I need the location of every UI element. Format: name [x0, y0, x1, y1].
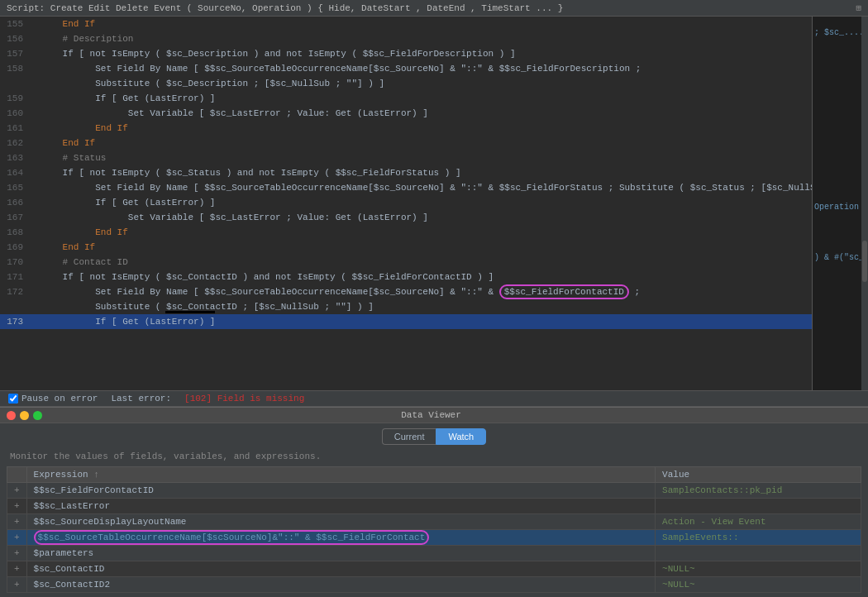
line-content: End If [30, 136, 808, 150]
sidebar-snippet-1: ; $sc_.... [814, 28, 860, 37]
data-table[interactable]: Expression Value +$$sc_FieldForContactID… [7, 466, 861, 597]
line-content: # Description [30, 31, 808, 46]
row-value: ~NULL~ [656, 577, 861, 593]
tab-watch[interactable]: Watch [436, 428, 486, 445]
table-row[interactable]: +$sc_ContactID~NULL~ [7, 561, 861, 577]
line-content: Substitute ( $sc_ContactID ; [$sc_NullSu… [30, 299, 808, 314]
line-number: 173 [3, 314, 30, 329]
row-value: SampleContacts::pk_pid [656, 483, 861, 499]
line-number: 164 [3, 165, 30, 180]
code-line: 163 # Status [0, 150, 812, 165]
row-value: SampleEvents:: [656, 530, 861, 546]
pause-label: Pause on error [21, 394, 98, 404]
line-number: 165 [3, 180, 30, 195]
row-add-btn[interactable]: + [7, 514, 27, 530]
code-line: 162 End If [0, 136, 812, 150]
table-row[interactable]: +$$sc_SourceDisplayLayoutNameAction - Vi… [7, 514, 861, 530]
code-line: 172 Set Field By Name [ $$sc_SourceTable… [0, 284, 812, 299]
dv-minimize-btn[interactable] [20, 411, 29, 420]
code-line: 161 End If [0, 121, 812, 136]
col-expression[interactable]: Expression [26, 467, 655, 483]
row-expression: $$sc_FieldForContactID [26, 483, 655, 499]
line-content: If [ Get (LastError) ] [30, 195, 808, 210]
line-content: Set Variable [ $sc_LastError ; Value: Ge… [30, 106, 808, 121]
code-editor[interactable]: 155 End If156 # Description157 If [ not … [0, 17, 812, 390]
code-line: 167 Set Variable [ $sc_LastError ; Value… [0, 210, 812, 225]
line-content: If [ not IsEmpty ( $sc_Description ) and… [30, 46, 808, 61]
dv-close-btn[interactable] [7, 411, 16, 420]
code-line: Substitute ( $sc_ContactID ; [$sc_NullSu… [0, 299, 812, 314]
code-line: 155 End If [0, 17, 812, 31]
code-line: 165 Set Field By Name [ $$sc_SourceTable… [0, 180, 812, 195]
line-content: If [ not IsEmpty ( $sc_ContactID ) and n… [30, 270, 808, 284]
row-expression: $sc_ContactID [26, 561, 655, 577]
row-expression: $$sc_SourceTableOccurrenceName[$scSource… [26, 530, 655, 546]
dv-maximize-btn[interactable] [33, 411, 42, 420]
scrollbar-thumb[interactable] [862, 241, 867, 282]
code-line: 170 # Contact ID [0, 255, 812, 270]
line-number: 167 [3, 210, 30, 225]
table-row[interactable]: +$$sc_FieldForContactIDSampleContacts::p… [7, 483, 861, 499]
title-bar: Script: Create Edit Delete Event ( Sourc… [0, 0, 868, 17]
tab-current[interactable]: Current [382, 428, 436, 445]
line-content: Set Variable [ $sc_LastError ; Value: Ge… [30, 210, 808, 225]
table-row[interactable]: +$sc_ContactID2~NULL~ [7, 577, 861, 593]
sidebar-snippet-3: ) & #("sc_E [814, 253, 860, 262]
table-row[interactable]: +$$sc_SourceTableOccurrenceName[$scSourc… [7, 530, 861, 546]
row-add-btn[interactable]: + [7, 561, 27, 577]
code-line: 159 If [ Get (LastError) ] [0, 91, 812, 106]
line-content: Substitute ( $sc_Description ; [$sc_Null… [30, 76, 808, 91]
line-content: End If [30, 121, 808, 136]
line-content: If [ Get (LastError) ] [30, 314, 808, 329]
line-content: End If [30, 17, 808, 31]
row-expression: $sc_ContactID2 [26, 577, 655, 593]
row-expression: $$sc_LastError [26, 499, 655, 514]
restore-button[interactable]: ⊞ [856, 2, 861, 13]
dv-window-buttons [7, 411, 42, 420]
line-number: 159 [3, 91, 30, 106]
line-number: 156 [3, 31, 30, 46]
row-add-btn[interactable]: + [7, 530, 27, 546]
last-error-label: Last error: [111, 394, 171, 404]
line-number: 168 [3, 225, 30, 240]
pause-checkbox[interactable] [8, 394, 18, 404]
code-line: Substitute ( $sc_Description ; [$sc_Null… [0, 76, 812, 91]
line-content: Set Field By Name [ $$sc_SourceTableOccu… [30, 61, 808, 76]
code-line: 164 If [ not IsEmpty ( $sc_Status ) and … [0, 165, 812, 180]
last-error-value: [102] Field is missing [184, 394, 304, 404]
line-number: 163 [3, 150, 30, 165]
code-line: 173 If [ Get (LastError) ] [0, 314, 812, 329]
line-content: Set Field By Name [ $$sc_SourceTableOccu… [30, 180, 812, 195]
line-number: 155 [3, 17, 30, 31]
pause-on-error-container[interactable]: Pause on error [8, 394, 98, 404]
data-viewer-title: Data Viewer [401, 410, 461, 420]
row-add-btn[interactable]: + [7, 546, 27, 561]
line-number: 161 [3, 121, 30, 136]
data-viewer-tabs: Current Watch [0, 423, 868, 448]
table-row[interactable]: +$parameters [7, 546, 861, 561]
row-add-btn[interactable]: + [7, 499, 27, 514]
code-line: 166 If [ Get (LastError) ] [0, 195, 812, 210]
data-viewer: Data Viewer Current Watch Monitor the va… [0, 407, 868, 597]
line-number: 162 [3, 136, 30, 150]
line-content: # Contact ID [30, 255, 808, 270]
row-value: Action - View Event [656, 514, 861, 530]
table-row[interactable]: +$$sc_LastError [7, 499, 861, 514]
row-add-btn[interactable]: + [7, 483, 27, 499]
row-value: ~NULL~ [656, 561, 861, 577]
col-value[interactable]: Value [656, 467, 861, 483]
code-line: 160 Set Variable [ $sc_LastError ; Value… [0, 106, 812, 121]
status-bar: Pause on error Last error: [102] Field i… [0, 390, 868, 407]
line-number: 170 [3, 255, 30, 270]
line-number: 166 [3, 195, 30, 210]
scrollbar[interactable] [861, 17, 868, 390]
row-add-btn[interactable]: + [7, 577, 27, 593]
line-number: 169 [3, 240, 30, 255]
line-number: 160 [3, 106, 30, 121]
code-line: 157 If [ not IsEmpty ( $sc_Description )… [0, 46, 812, 61]
line-content: If [ Get (LastError) ] [30, 91, 808, 106]
line-content: # Status [30, 150, 808, 165]
data-viewer-description: Monitor the values of fields, variables,… [0, 448, 868, 466]
code-line: 169 End If [0, 240, 812, 255]
row-expression: $$sc_SourceDisplayLayoutName [26, 514, 655, 530]
